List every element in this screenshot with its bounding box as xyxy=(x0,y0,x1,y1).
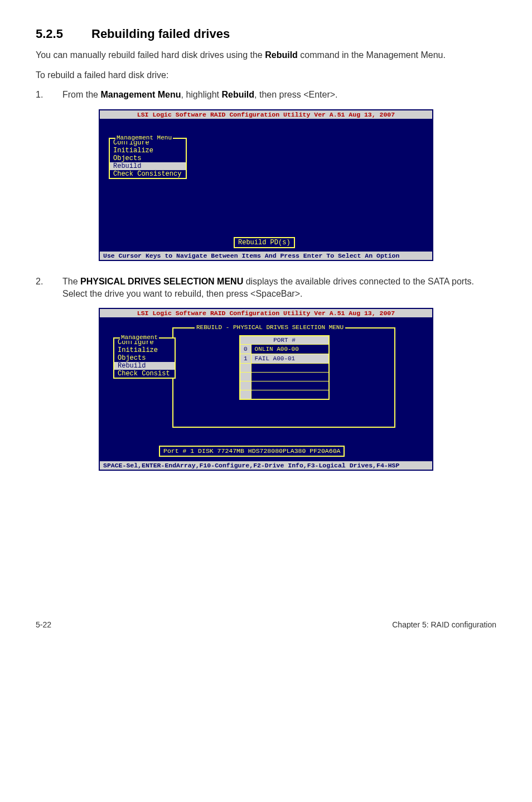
bios2-menu-title: Management xyxy=(120,334,159,341)
bios1-menu-title: Management Menu xyxy=(115,134,173,141)
bios1-status-bar: Use Cursor Keys to Navigate Between Item… xyxy=(100,252,432,260)
bios2-port-header: PORT # xyxy=(240,336,329,345)
bios2-management-menu: Management Configure Initialize Objects … xyxy=(113,337,176,379)
step-1-number: 1. xyxy=(36,89,43,101)
step-2-text-a: The xyxy=(62,277,80,286)
bios2-port-1-idx: 1 xyxy=(240,354,251,364)
bios1-menu-rebuild[interactable]: Rebuild xyxy=(110,162,186,170)
section-title: Rebuilding failed drives xyxy=(91,27,230,41)
bios2-title-bar: LSI Logic Software RAID Configuration Ut… xyxy=(100,309,432,317)
bios1-menu-objects[interactable]: Objects xyxy=(110,154,186,162)
bios2-menu-rebuild[interactable]: Rebuild xyxy=(114,362,175,370)
bios2-menu-initialize[interactable]: Initialize xyxy=(114,346,175,354)
step-1: 1. From the Management Menu, highlight R… xyxy=(36,89,496,101)
bios1-title-bar: LSI Logic Software RAID Configuration Ut… xyxy=(100,110,432,119)
intro-text-a: You can manually rebuild failed hard dis… xyxy=(36,50,265,60)
intro-bold-rebuild: Rebuild xyxy=(265,50,298,60)
section-number: 5.2.5 xyxy=(36,27,91,41)
bios-screenshot-2: LSI Logic Software RAID Configuration Ut… xyxy=(99,308,433,471)
bios2-status-bar: SPACE-Sel,ENTER-EndArray,F10-Configure,F… xyxy=(100,461,432,470)
bios1-hint-box: Rebuild PD(s) xyxy=(234,237,295,248)
bios2-port-row-1[interactable]: 1 FAIL A00-01 xyxy=(240,354,329,364)
bios2-port-row-0[interactable]: 0 ONLIN A00-00 xyxy=(240,345,329,354)
step-2-number: 2. xyxy=(36,276,43,288)
bios-screenshot-1: LSI Logic Software RAID Configuration Ut… xyxy=(99,109,433,261)
step-1-text-a: From the xyxy=(62,90,100,99)
bios2-drive-info: Port # 1 DISK 77247MB HDS728080PLA380 PF… xyxy=(159,446,345,457)
step-1-text-c: , highlight xyxy=(181,90,221,99)
bios2-body: REBUILD - PHYSICAL DRIVES SELECTION MENU… xyxy=(100,317,432,461)
intro-paragraph: You can manually rebuild failed hard dis… xyxy=(36,49,496,61)
bios2-port-table: PORT # 0 ONLIN A00-00 1 FAIL A00-01 xyxy=(239,335,330,400)
bios1-menu-initialize[interactable]: Initialize xyxy=(110,147,186,154)
bios2-port-1-val: FAIL A00-01 xyxy=(251,354,329,364)
bios2-menu-check[interactable]: Check Consist xyxy=(114,370,175,378)
instruction-lead: To rebuild a failed hard disk drive: xyxy=(36,69,496,81)
bios2-port-0-val: ONLIN A00-00 xyxy=(251,345,329,354)
footer-chapter: Chapter 5: RAID configuration xyxy=(392,620,496,629)
bios1-menu-check[interactable]: Check Consistency xyxy=(110,170,186,178)
footer-page-number: 5-22 xyxy=(36,620,51,629)
step-1-bold-rebuild: Rebuild xyxy=(221,90,254,99)
bios2-menu-objects[interactable]: Objects xyxy=(114,354,175,362)
section-heading: 5.2.5Rebuilding failed drives xyxy=(36,27,496,41)
bios2-port-0-idx: 0 xyxy=(240,345,251,354)
bios1-management-menu: Management Menu Configure Initialize Obj… xyxy=(109,138,187,179)
page-footer: 5-22 Chapter 5: RAID configuration xyxy=(36,616,496,629)
step-2-bold-menu: PHYSICAL DRIVES SELECTION MENU xyxy=(80,277,243,286)
step-1-text-e: , then press <Enter>. xyxy=(254,90,337,99)
bios2-section-label: REBUILD - PHYSICAL DRIVES SELECTION MENU xyxy=(195,324,345,331)
intro-text-c: command in the Management Menu. xyxy=(298,50,446,60)
bios1-body: Management Menu Configure Initialize Obj… xyxy=(100,119,432,252)
step-2: 2. The PHYSICAL DRIVES SELECTION MENU di… xyxy=(36,276,496,301)
step-1-bold-menu: Management Menu xyxy=(100,90,181,99)
